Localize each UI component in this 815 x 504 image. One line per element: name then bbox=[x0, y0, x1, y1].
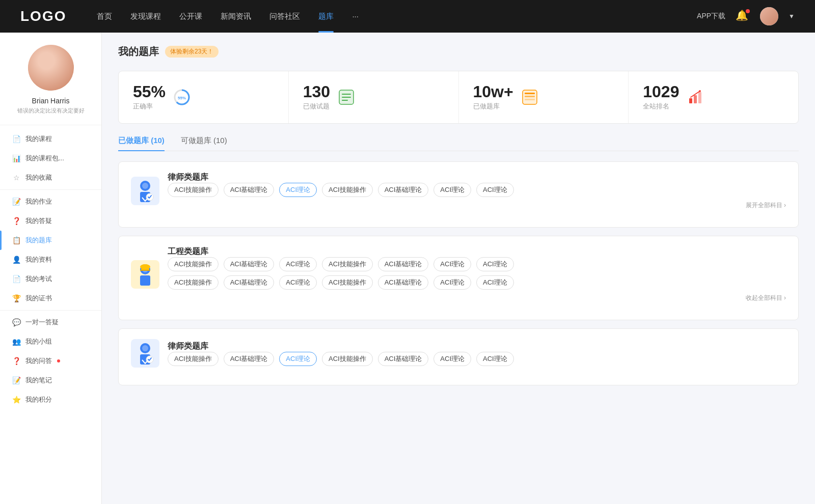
svg-rect-12 bbox=[525, 96, 535, 97]
exam-icon: 📄 bbox=[12, 275, 20, 283]
nav-link-news[interactable]: 新闻资讯 bbox=[221, 12, 251, 21]
bank-tag[interactable]: ACI技能操作 bbox=[168, 257, 219, 271]
sidebar-divider bbox=[0, 189, 101, 190]
bank-tag[interactable]: ACI技能操作 bbox=[168, 275, 219, 290]
bank-expand-lawyer-1[interactable]: 展开全部科目 › bbox=[168, 201, 786, 210]
bank-tag[interactable]: ACI理论 bbox=[433, 257, 471, 271]
svg-rect-16 bbox=[698, 92, 701, 103]
svg-rect-26 bbox=[141, 268, 149, 270]
stats-row: 55% 正确率 55% 130 已做试题 bbox=[118, 71, 799, 124]
bank-tags-engineer-row2: ACI技能操作 ACI基础理论 ACI理论 ACI技能操作 ACI基础理论 AC… bbox=[168, 275, 786, 290]
bank-tag-active[interactable]: ACI理论 bbox=[279, 352, 317, 366]
svg-point-30 bbox=[142, 345, 148, 351]
done-questions-label: 已做试题 bbox=[303, 102, 330, 111]
app-download-btn[interactable]: APP下载 bbox=[697, 12, 725, 21]
sidebar-menu: 📄 我的课程 📊 我的课程包... ☆ 我的收藏 📝 我的作业 ❓ 我的答疑 � bbox=[0, 129, 101, 409]
bank-tag[interactable]: ACI理论 bbox=[279, 275, 317, 290]
nav-link-discover[interactable]: 发现课程 bbox=[130, 12, 161, 21]
bank-tag[interactable]: ACI理论 bbox=[433, 183, 471, 197]
bank-tag[interactable]: ACI理论 bbox=[476, 257, 514, 271]
sidebar-item-one-on-one[interactable]: 💬 一对一答疑 bbox=[0, 313, 101, 332]
sidebar-item-label: 我的证书 bbox=[25, 294, 52, 303]
sidebar-item-courses[interactable]: 📄 我的课程 bbox=[0, 129, 101, 149]
accuracy-label: 正确率 bbox=[133, 102, 166, 111]
bank-tag[interactable]: ACI基础理论 bbox=[224, 257, 275, 271]
bank-avatar-lawyer-2 bbox=[131, 339, 159, 368]
bank-tag[interactable]: ACI基础理论 bbox=[378, 183, 429, 197]
user-dropdown-arrow[interactable]: ▼ bbox=[789, 13, 795, 20]
user-avatar[interactable] bbox=[760, 7, 778, 25]
rank-label: 全站排名 bbox=[643, 102, 679, 111]
sidebar-item-course-packages[interactable]: 📊 我的课程包... bbox=[0, 149, 101, 168]
bank-tag[interactable]: ACI技能操作 bbox=[322, 257, 373, 271]
nav-link-bank[interactable]: 题库 bbox=[318, 12, 334, 21]
chat-icon: 💬 bbox=[12, 318, 20, 326]
svg-rect-13 bbox=[525, 99, 535, 100]
bank-tag[interactable]: ACI基础理论 bbox=[224, 183, 275, 197]
sidebar-item-label: 我的课程 bbox=[25, 134, 52, 144]
tab-available[interactable]: 可做题库 (10) bbox=[181, 136, 227, 151]
nav-link-open-course[interactable]: 公开课 bbox=[179, 12, 202, 21]
sidebar-item-certificate[interactable]: 🏆 我的证书 bbox=[0, 289, 101, 308]
svg-rect-11 bbox=[525, 93, 535, 94]
stat-accuracy: 55% 正确率 55% bbox=[119, 71, 289, 123]
sidebar-item-label: 一对一答疑 bbox=[25, 318, 59, 327]
bank-tag[interactable]: ACI技能操作 bbox=[322, 183, 373, 197]
bank-tag[interactable]: ACI技能操作 bbox=[168, 352, 219, 366]
bank-header-engineer: 工程类题库 ACI技能操作 ACI基础理论 ACI理论 ACI技能操作 ACI基… bbox=[131, 246, 786, 302]
qa-badge bbox=[57, 359, 60, 362]
main-layout: Brian Harris 错误的决定比没有决定要好 📄 我的课程 📊 我的课程包… bbox=[0, 33, 815, 504]
bank-tag[interactable]: ACI技能操作 bbox=[168, 183, 219, 197]
sidebar-item-points[interactable]: ⭐ 我的积分 bbox=[0, 390, 101, 409]
bank-header-lawyer-2: 律师类题库 ACI技能操作 ACI基础理论 ACI理论 ACI技能操作 ACI基… bbox=[131, 339, 786, 368]
star-icon: ☆ bbox=[12, 174, 20, 182]
page-header: 我的题库 体验剩余23天！ bbox=[118, 45, 799, 59]
bank-tag[interactable]: ACI基础理论 bbox=[224, 352, 275, 366]
sidebar-item-label: 我的小组 bbox=[25, 337, 52, 346]
notification-bell[interactable]: 🔔 bbox=[736, 9, 750, 23]
bank-tag[interactable]: ACI理论 bbox=[433, 352, 471, 366]
bank-tag[interactable]: ACI基础理论 bbox=[378, 257, 429, 271]
svg-rect-15 bbox=[694, 95, 697, 103]
sidebar-item-profile[interactable]: 👤 我的资料 bbox=[0, 250, 101, 269]
bank-tag-active[interactable]: ACI理论 bbox=[279, 183, 317, 197]
rank-value: 1029 bbox=[643, 83, 679, 100]
sidebar-item-favorites[interactable]: ☆ 我的收藏 bbox=[0, 168, 101, 187]
nav-link-qa[interactable]: 问答社区 bbox=[269, 12, 300, 21]
bank-collapse-engineer[interactable]: 收起全部科目 › bbox=[168, 294, 786, 302]
courses-icon: 📄 bbox=[12, 135, 20, 143]
sidebar-item-label: 我的收藏 bbox=[25, 173, 52, 182]
stat-rank: 1029 全站排名 bbox=[629, 71, 798, 123]
main-content: 我的题库 体验剩余23天！ 55% 正确率 55% bbox=[102, 33, 815, 504]
svg-point-20 bbox=[142, 183, 148, 189]
bank-tag[interactable]: ACI理论 bbox=[433, 275, 471, 290]
bank-tag[interactable]: ACI技能操作 bbox=[322, 275, 373, 290]
sidebar-item-notes[interactable]: 📝 我的笔记 bbox=[0, 371, 101, 390]
bank-tag[interactable]: ACI理论 bbox=[279, 257, 317, 271]
bank-tag[interactable]: ACI理论 bbox=[476, 275, 514, 290]
bank-tag[interactable]: ACI基础理论 bbox=[224, 275, 275, 290]
sidebar-item-bank[interactable]: 📋 我的题库 bbox=[0, 231, 101, 250]
bank-section-engineer: 工程类题库 ACI技能操作 ACI基础理论 ACI理论 ACI技能操作 ACI基… bbox=[118, 236, 799, 320]
bank-tag[interactable]: ACI理论 bbox=[476, 183, 514, 197]
sidebar-item-label: 我的课程包... bbox=[25, 154, 64, 163]
sidebar-item-group[interactable]: 👥 我的小组 bbox=[0, 332, 101, 351]
sidebar-item-label: 我的答疑 bbox=[25, 216, 52, 226]
bank-tag[interactable]: ACI理论 bbox=[476, 352, 514, 366]
sidebar-item-questions[interactable]: ❓ 我的答疑 bbox=[0, 211, 101, 231]
nav-link-more[interactable]: ··· bbox=[352, 12, 359, 21]
sidebar-item-homework[interactable]: 📝 我的作业 bbox=[0, 192, 101, 211]
notes-icon: 📝 bbox=[12, 376, 20, 384]
svg-point-17 bbox=[699, 90, 701, 92]
qa-icon: ❓ bbox=[12, 357, 20, 365]
group-icon: 👥 bbox=[12, 338, 20, 346]
nav-link-home[interactable]: 首页 bbox=[97, 12, 112, 21]
sidebar-item-my-qa[interactable]: ❓ 我的问答 bbox=[0, 351, 101, 371]
bank-icon: 📋 bbox=[12, 236, 20, 244]
bank-tag[interactable]: ACI基础理论 bbox=[378, 275, 429, 290]
bank-tag[interactable]: ACI基础理论 bbox=[378, 352, 429, 366]
sidebar-item-exam[interactable]: 📄 我的考试 bbox=[0, 269, 101, 289]
tab-done[interactable]: 已做题库 (10) bbox=[118, 136, 165, 151]
sidebar-item-label: 我的问答 bbox=[25, 356, 52, 366]
bank-tag[interactable]: ACI技能操作 bbox=[322, 352, 373, 366]
